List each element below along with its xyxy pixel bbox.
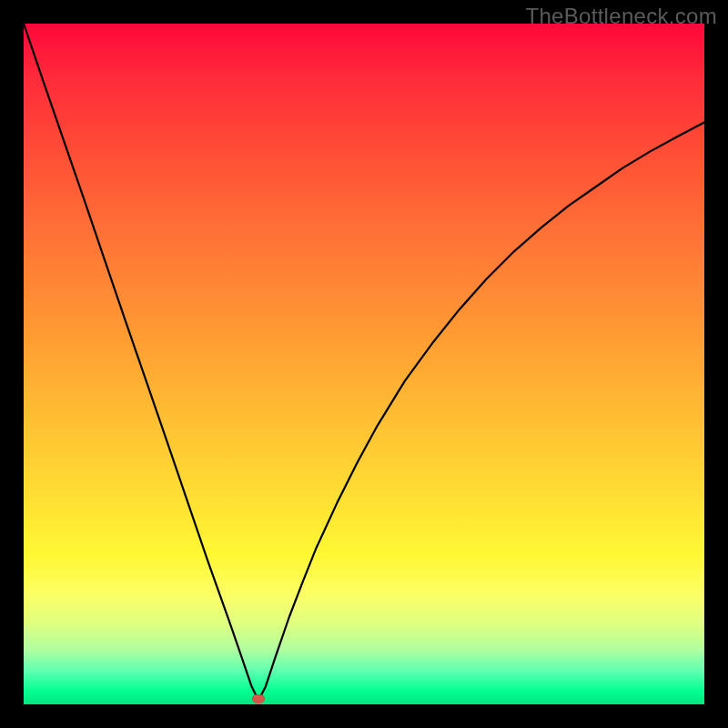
watermark-text: TheBottleneck.com <box>525 4 717 29</box>
outer-frame: TheBottleneck.com <box>0 0 728 728</box>
minimum-marker <box>252 694 265 703</box>
bottleneck-curve <box>24 24 704 704</box>
plot-area <box>24 24 704 704</box>
